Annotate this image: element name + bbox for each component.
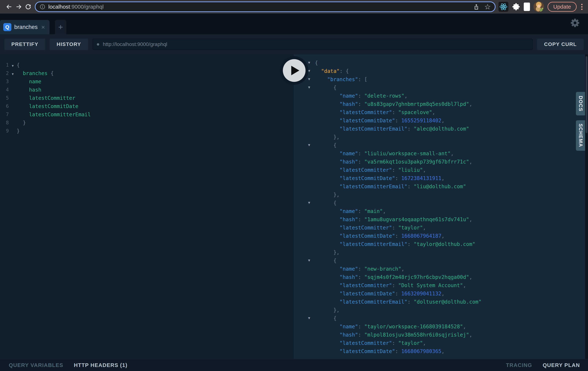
share-icon[interactable] [473, 4, 479, 10]
response-line: "hash": "sqjm4s0f2m48rjc97hr6cbpv2hqga00… [294, 273, 588, 281]
response-line: "latestCommitter": "taylor", [294, 339, 588, 347]
fold-arrow-icon[interactable]: ▼ [12, 72, 13, 76]
response-line: "name": "new-branch", [294, 265, 588, 273]
fold-arrow-icon[interactable]: ▼ [308, 314, 310, 322]
profile-avatar[interactable] [534, 1, 544, 12]
line-number: 3 [0, 77, 9, 86]
response-line: "name": "taylor/workspace-1668039184528"… [294, 322, 588, 331]
response-line: "latestCommitDate": 1663209041132, [294, 289, 588, 298]
response-line: "latestCommitDate": 1672384131911, [294, 174, 588, 182]
response-line: "latestCommitDate": 1655259118402, [294, 117, 588, 125]
response-line: "latestCommitterEmail": "liu@dolthub.com… [294, 182, 588, 191]
response-line: "hash": "mlpol81osjuv38m558hr6i0sqjrisle… [294, 331, 588, 339]
browser-menu-kebab-icon[interactable] [580, 3, 584, 11]
response-line: "name": "main", [294, 207, 588, 215]
reload-button[interactable] [23, 2, 33, 11]
editor-line: 1▼{ [0, 61, 294, 69]
schema-side-tab[interactable]: SCHEMA [576, 120, 585, 151]
response-line: "latestCommitter": "spacelove", [294, 108, 588, 117]
response-line: ▼ { [294, 199, 588, 207]
response-line: ▼ "branches": [ [294, 75, 588, 84]
response-line: "hash": "va5rm6kqt1osu3pakp739gf67bfrr71… [294, 158, 588, 166]
query-plan-toggle[interactable]: QUERY PLAN [543, 362, 580, 368]
scrollbar-thumb[interactable] [586, 56, 588, 133]
scrollbar[interactable] [585, 54, 588, 359]
response-line: }, [294, 191, 588, 199]
response-line: "name": "liuliu/workspace-small-ant", [294, 149, 588, 158]
side-panel-icon[interactable] [524, 2, 530, 11]
response-line: "hash": "u8s83gapv7ghnbmrtpm8q5es0dbl7lp… [294, 100, 588, 108]
extensions-puzzle-icon[interactable] [512, 2, 520, 11]
response-line: ▼ "data": { [294, 67, 588, 75]
fold-arrow-icon[interactable]: ▼ [308, 256, 310, 265]
fold-arrow-icon[interactable]: ▼ [308, 141, 310, 149]
prettify-button[interactable]: PRETTIFY [4, 39, 45, 50]
site-info-icon[interactable] [40, 4, 45, 10]
fold-arrow-icon[interactable]: ▼ [308, 83, 310, 91]
copy-curl-button[interactable]: COPY CURL [537, 39, 584, 50]
tab-title: branches [14, 24, 38, 30]
browser-toolbar: localhost:9000/graphql ☆ Update [0, 0, 588, 13]
new-tab-button[interactable]: + [55, 20, 66, 34]
response-line: "latestCommitDate": 1668067964187, [294, 232, 588, 240]
docs-side-tab[interactable]: DOCS [576, 92, 585, 115]
fold-arrow-icon[interactable]: ▼ [308, 58, 310, 67]
line-number: 6 [0, 102, 9, 110]
react-devtools-icon[interactable] [498, 2, 508, 12]
endpoint-status-dot [97, 43, 99, 46]
response-line: ▼ { [294, 141, 588, 149]
response-viewer: ▼{▼ "data": {▼ "branches": [▼ { "name": … [294, 54, 588, 359]
line-number: 1 [0, 61, 9, 69]
line-number: 9 [0, 127, 9, 135]
line-number: 4 [0, 86, 9, 94]
main-area: 1▼{2▼ branches {3 name4 hash5 latestComm… [0, 54, 588, 359]
browser-actions: Update [498, 1, 584, 12]
endpoint-input[interactable]: http://localhost:9000/graphql [93, 39, 533, 50]
response-line: "latestCommitterEmail": "doltuser@dolthu… [294, 298, 588, 306]
query-editor-lines: 1▼{2▼ branches {3 name4 hash5 latestComm… [0, 61, 294, 135]
query-editor[interactable]: 1▼{2▼ branches {3 name4 hash5 latestComm… [0, 54, 294, 359]
endpoint-url-text: http://localhost:9000/graphql [103, 41, 167, 47]
tracing-toggle[interactable]: TRACING [506, 362, 532, 368]
editor-line: 3 name [0, 77, 294, 86]
response-line: "latestCommitter": "Dolt System Account"… [294, 281, 588, 289]
editor-line: 9} [0, 127, 294, 135]
query-variables-toggle[interactable]: QUERY VARIABLES [9, 362, 63, 368]
response-line: "latestCommitterEmail": "taylor@dolthub.… [294, 240, 588, 248]
editor-line: 2▼ branches { [0, 69, 294, 77]
response-line: ▼ { [294, 256, 588, 265]
line-number: 5 [0, 94, 9, 102]
forward-button[interactable] [14, 2, 23, 11]
fold-arrow-icon[interactable]: ▼ [308, 75, 310, 83]
history-button[interactable]: HISTORY [50, 39, 88, 50]
address-bar[interactable]: localhost:9000/graphql ☆ [35, 1, 495, 12]
url-text[interactable]: localhost:9000/graphql [48, 4, 473, 10]
back-button[interactable] [4, 2, 14, 11]
editor-line: 5 latestCommitter [0, 94, 294, 102]
response-line: }, [294, 306, 588, 314]
tab-close-icon[interactable]: × [41, 24, 45, 30]
response-line: ▼ { [294, 314, 588, 322]
response-line: "latestCommitter": "liuliu", [294, 166, 588, 174]
editor-line: 6 latestCommitDate [0, 102, 294, 110]
editor-line: 4 hash [0, 86, 294, 94]
response-lines: ▼{▼ "data": {▼ "branches": [▼ { "name": … [294, 59, 588, 355]
settings-gear-icon[interactable] [570, 18, 580, 28]
fold-arrow-icon[interactable]: ▼ [308, 199, 310, 207]
response-line: "latestCommitterEmail": "alec@dolthub.co… [294, 125, 588, 133]
line-number: 2 [0, 69, 9, 77]
response-line: }, [294, 248, 588, 256]
fold-arrow-icon[interactable]: ▼ [12, 64, 13, 68]
execute-button[interactable] [280, 56, 308, 85]
response-line: ▼ { [294, 84, 588, 92]
http-headers-toggle[interactable]: HTTP HEADERS (1) [74, 362, 128, 368]
query-type-badge: Q [3, 23, 11, 31]
tab-branches[interactable]: Q branches × [0, 20, 49, 34]
line-number: 8 [0, 119, 9, 127]
bookmark-star-icon[interactable]: ☆ [484, 3, 491, 11]
playground-tabbar: Q branches × + [0, 13, 588, 34]
update-button[interactable]: Update [547, 2, 577, 12]
editor-line: 8 } [0, 119, 294, 127]
response-line: }, [294, 133, 588, 141]
response-line: "latestCommitter": "taylor", [294, 223, 588, 232]
